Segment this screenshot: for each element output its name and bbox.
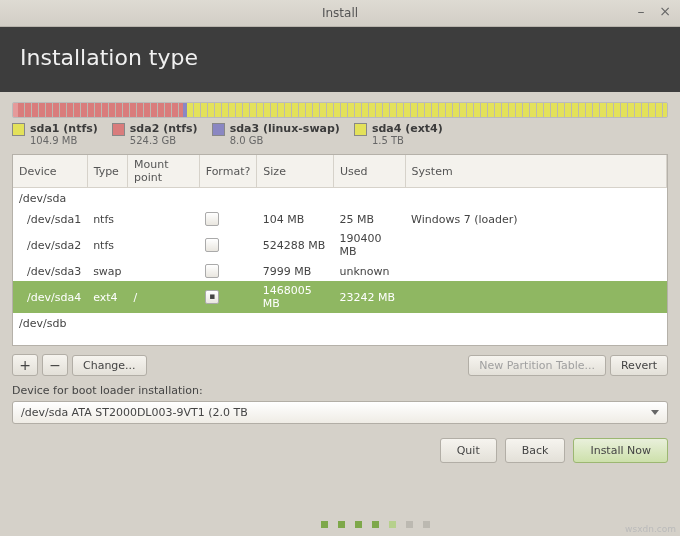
type-cell: ext4	[87, 281, 127, 313]
usage-segment	[187, 103, 667, 117]
mount-cell	[128, 209, 200, 229]
system-cell: Windows 7 (loader)	[405, 209, 666, 229]
table-row[interactable]: /dev/sda4ext4/▪1468005 MB23242 MB	[13, 281, 667, 313]
legend-item: sda2 (ntfs)524.3 GB	[112, 122, 198, 146]
mount-cell: /	[128, 281, 200, 313]
size-cell: 7999 MB	[257, 261, 334, 281]
table-header: Device Type Mount point Format? Size Use…	[13, 155, 667, 188]
footer-buttons: Quit Back Install Now	[0, 424, 680, 477]
device-cell: /dev/sda4	[13, 281, 87, 313]
progress-dot	[423, 521, 430, 528]
format-cell	[199, 209, 257, 229]
progress-dot	[372, 521, 379, 528]
install-button[interactable]: Install Now	[573, 438, 668, 463]
progress-dot	[321, 521, 328, 528]
system-cell	[405, 229, 666, 261]
new-partition-table-button[interactable]: New Partition Table...	[468, 355, 606, 376]
size-cell: 524288 MB	[257, 229, 334, 261]
device-cell: /dev/sdb	[13, 313, 667, 334]
table-row[interactable]: /dev/sda1ntfs104 MB25 MBWindows 7 (loade…	[13, 209, 667, 229]
titlebar-controls: – ×	[632, 4, 674, 20]
format-checkbox[interactable]	[205, 212, 219, 226]
page-header: Installation type	[0, 27, 680, 92]
progress-dot	[406, 521, 413, 528]
legend-size: 104.9 MB	[30, 135, 98, 146]
page-title: Installation type	[20, 45, 198, 70]
type-cell: swap	[87, 261, 127, 281]
legend-name: sda4 (ext4)	[372, 122, 443, 135]
bootloader-value: /dev/sda ATA ST2000DL003-9VT1 (2.0 TB	[21, 406, 248, 419]
table-row[interactable]: /dev/sda	[13, 188, 667, 210]
table-row[interactable]: /dev/sdb	[13, 313, 667, 334]
bootloader-label: Device for boot loader installation:	[12, 382, 668, 401]
format-checkbox[interactable]	[205, 264, 219, 278]
used-cell: unknown	[334, 261, 406, 281]
used-cell: 25 MB	[334, 209, 406, 229]
format-checkbox[interactable]	[205, 238, 219, 252]
usage-segment	[18, 103, 183, 117]
col-device[interactable]: Device	[13, 155, 87, 188]
legend-size: 1.5 TB	[372, 135, 443, 146]
legend-size: 524.3 GB	[130, 135, 198, 146]
minimize-icon[interactable]: –	[632, 4, 650, 20]
progress-dot	[355, 521, 362, 528]
bootloader-combo[interactable]: /dev/sda ATA ST2000DL003-9VT1 (2.0 TB	[12, 401, 668, 424]
col-used[interactable]: Used	[334, 155, 406, 188]
device-cell: /dev/sda2	[13, 229, 87, 261]
used-cell: 190400 MB	[334, 229, 406, 261]
disk-usage-bar	[12, 102, 668, 118]
quit-button[interactable]: Quit	[440, 438, 497, 463]
partition-toolbar: + − Change... New Partition Table... Rev…	[12, 346, 668, 382]
add-button[interactable]: +	[12, 354, 38, 376]
mount-cell	[128, 261, 200, 281]
device-cell: /dev/sda	[13, 188, 667, 210]
col-system[interactable]: System	[405, 155, 666, 188]
change-button[interactable]: Change...	[72, 355, 147, 376]
format-cell: ▪	[199, 281, 257, 313]
format-cell	[199, 229, 257, 261]
used-cell: 23242 MB	[334, 281, 406, 313]
progress-indicator	[70, 521, 680, 528]
col-mount[interactable]: Mount point	[128, 155, 200, 188]
installer-window: Install – × Installation type sda1 (ntfs…	[0, 0, 680, 536]
legend-swatch	[212, 123, 225, 136]
type-cell: ntfs	[87, 209, 127, 229]
legend-swatch	[354, 123, 367, 136]
legend-item: sda4 (ext4)1.5 TB	[354, 122, 443, 146]
table-row[interactable]: /dev/sda2ntfs524288 MB190400 MB	[13, 229, 667, 261]
revert-button[interactable]: Revert	[610, 355, 668, 376]
system-cell	[405, 281, 666, 313]
titlebar: Install – ×	[0, 0, 680, 27]
col-size[interactable]: Size	[257, 155, 334, 188]
legend-swatch	[112, 123, 125, 136]
size-cell: 1468005 MB	[257, 281, 334, 313]
legend-item: sda3 (linux-swap)8.0 GB	[212, 122, 340, 146]
legend-item: sda1 (ntfs)104.9 MB	[12, 122, 98, 146]
mount-cell	[128, 229, 200, 261]
legend-size: 8.0 GB	[230, 135, 340, 146]
remove-button[interactable]: −	[42, 354, 68, 376]
format-checkbox[interactable]: ▪	[205, 290, 219, 304]
progress-dot	[338, 521, 345, 528]
device-cell: /dev/sda1	[13, 209, 87, 229]
back-button[interactable]: Back	[505, 438, 566, 463]
close-icon[interactable]: ×	[656, 4, 674, 20]
content-area: sda1 (ntfs)104.9 MBsda2 (ntfs)524.3 GBsd…	[0, 92, 680, 424]
window-title: Install	[322, 6, 358, 20]
legend-swatch	[12, 123, 25, 136]
format-cell	[199, 261, 257, 281]
system-cell	[405, 261, 666, 281]
col-format[interactable]: Format?	[199, 155, 257, 188]
legend-name: sda2 (ntfs)	[130, 122, 198, 135]
progress-dot	[389, 521, 396, 528]
col-type[interactable]: Type	[87, 155, 127, 188]
size-cell: 104 MB	[257, 209, 334, 229]
device-cell: /dev/sda3	[13, 261, 87, 281]
legend-name: sda1 (ntfs)	[30, 122, 98, 135]
partition-table[interactable]: Device Type Mount point Format? Size Use…	[12, 154, 668, 346]
chevron-down-icon	[651, 410, 659, 415]
type-cell: ntfs	[87, 229, 127, 261]
table-row[interactable]: /dev/sda3swap7999 MBunknown	[13, 261, 667, 281]
legend-name: sda3 (linux-swap)	[230, 122, 340, 135]
partition-legend: sda1 (ntfs)104.9 MBsda2 (ntfs)524.3 GBsd…	[12, 118, 668, 154]
